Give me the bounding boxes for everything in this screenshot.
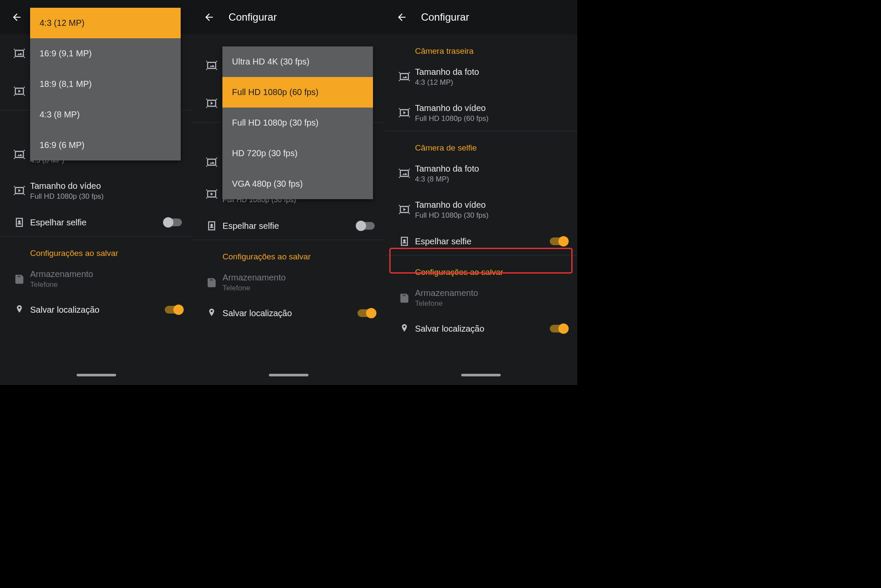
arrow-back-icon: [396, 12, 407, 23]
photo-icon: [206, 156, 218, 168]
photo-size-option[interactable]: 16:9 (9,1 MP): [30, 38, 181, 69]
video-size-menu: Ultra HD 4K (30 fps) Full HD 1080p (60 f…: [222, 46, 373, 199]
setting-row-rear-photo[interactable]: Tamanho da foto 4:3 (12 MP): [385, 58, 577, 95]
mirror-selfie-label: Espelhar selfie: [222, 220, 355, 231]
setting-row-location[interactable]: Salvar localização: [192, 300, 385, 319]
selfie-video-value: Full HD 1080p (30 fps): [30, 192, 184, 201]
settings-content: Câmera traseira Tamanho da foto 4:3 (12 …: [385, 34, 577, 335]
setting-row-location[interactable]: Salvar localização: [385, 316, 577, 335]
selfie-video-label: Tamanho do vídeo: [415, 199, 569, 210]
photo-size-option[interactable]: 4:3 (8 MP): [30, 99, 181, 130]
photo-icon: [206, 59, 218, 71]
location-icon: [398, 323, 410, 335]
selfie-photo-label: Tamanho da foto: [415, 163, 569, 174]
section-header-save: Configurações ao salvar: [385, 256, 577, 280]
rear-video-value: Full HD 1080p (60 fps): [415, 114, 569, 123]
nav-bar: [0, 368, 192, 382]
back-button[interactable]: [200, 8, 218, 26]
nav-handle[interactable]: [269, 374, 308, 376]
portrait-icon: [13, 216, 25, 228]
rear-photo-label: Tamanho da foto: [415, 66, 569, 77]
mirror-selfie-toggle[interactable]: [163, 216, 184, 228]
setting-row-mirror-selfie[interactable]: Espelhar selfie: [385, 228, 577, 255]
setting-row-mirror-selfie[interactable]: Espelhar selfie: [192, 212, 385, 240]
photo-icon: [398, 71, 410, 83]
location-label: Salvar localização: [222, 308, 355, 319]
nav-handle[interactable]: [77, 374, 116, 376]
sd-card-icon: [398, 292, 410, 304]
back-button[interactable]: [8, 8, 26, 26]
photo-icon: [398, 167, 410, 179]
rear-photo-value: 4:3 (12 MP): [415, 78, 569, 87]
storage-label: Armazenamento: [30, 268, 184, 280]
section-header-rear: Câmera traseira: [385, 34, 577, 58]
video-size-option[interactable]: VGA 480p (30 fps): [222, 169, 373, 199]
topbar: Configurar: [192, 0, 385, 34]
sd-card-icon: [206, 276, 218, 288]
nav-handle[interactable]: [461, 374, 501, 376]
video-icon: [398, 107, 410, 119]
video-size-option[interactable]: Full HD 1080p (60 fps): [222, 77, 373, 108]
selfie-video-label: Tamanho do vídeo: [30, 180, 184, 191]
video-size-option[interactable]: Full HD 1080p (30 fps): [222, 108, 373, 138]
rear-video-label: Tamanho do vídeo: [415, 102, 569, 114]
video-icon: [13, 85, 25, 97]
selfie-photo-value: 4:3 (8 MP): [415, 175, 569, 184]
back-button[interactable]: [393, 8, 411, 26]
photo-size-option[interactable]: 18:9 (8,1 MP): [30, 69, 181, 99]
page-title: Configurar: [421, 11, 469, 23]
topbar: Configurar: [385, 0, 577, 34]
storage-value: Telefone: [222, 284, 376, 292]
setting-row-location[interactable]: Salvar localização: [0, 297, 192, 316]
mirror-selfie-label: Espelhar selfie: [30, 217, 163, 228]
photo-size-menu: 4:3 (12 MP) 16:9 (9,1 MP) 18:9 (8,1 MP) …: [30, 8, 181, 160]
nav-bar: [385, 368, 577, 382]
nav-bar: [192, 368, 385, 382]
location-toggle[interactable]: [548, 323, 569, 335]
location-label: Salvar localização: [30, 304, 163, 315]
selfie-video-value: Full HD 1080p (30 fps): [415, 211, 569, 220]
sd-card-icon: [13, 273, 25, 285]
location-toggle[interactable]: [163, 304, 184, 316]
video-size-option[interactable]: Ultra HD 4K (30 fps): [222, 46, 373, 77]
storage-label: Armazenamento: [222, 272, 376, 283]
settings-panel-3: Configurar Câmera traseira Tamanho da fo…: [385, 0, 577, 385]
setting-row-selfie-video[interactable]: Tamanho do vídeo Full HD 1080p (30 fps): [385, 191, 577, 228]
location-label: Salvar localização: [415, 323, 548, 334]
storage-value: Telefone: [415, 299, 569, 308]
video-icon: [398, 203, 410, 215]
photo-icon: [13, 148, 25, 160]
settings-panel-1: Tamanho da foto 4:3 (8 MP) Tamanho do ví…: [0, 0, 192, 385]
video-size-option[interactable]: HD 720p (30 fps): [222, 138, 373, 169]
location-icon: [13, 304, 25, 316]
arrow-back-icon: [203, 12, 215, 23]
photo-size-option[interactable]: 16:9 (6 MP): [30, 130, 181, 160]
page-title: Configurar: [228, 11, 277, 23]
photo-icon: [13, 47, 25, 59]
mirror-selfie-toggle[interactable]: [356, 220, 376, 232]
setting-row-selfie-video[interactable]: Tamanho do vídeo Full HD 1080p (30 fps): [0, 172, 192, 209]
setting-row-selfie-photo[interactable]: Tamanho da foto 4:3 (8 MP): [385, 155, 577, 191]
storage-value: Telefone: [30, 280, 184, 289]
section-header-save: Configurações ao salvar: [0, 237, 192, 261]
photo-size-option[interactable]: 4:3 (12 MP): [30, 8, 181, 38]
storage-label: Armazenamento: [415, 287, 569, 299]
setting-row-mirror-selfie[interactable]: Espelhar selfie: [0, 209, 192, 236]
setting-row-storage[interactable]: Armazenamento Telefone: [385, 280, 577, 316]
portrait-icon: [206, 220, 218, 232]
arrow-back-icon: [11, 12, 22, 23]
video-icon: [13, 185, 25, 197]
settings-panel-2: Configurar 4:3 (8 MP): [192, 0, 385, 385]
location-icon: [206, 307, 218, 319]
section-header-save: Configurações ao salvar: [192, 240, 385, 264]
mirror-selfie-label: Espelhar selfie: [415, 236, 548, 247]
location-toggle[interactable]: [356, 307, 376, 319]
mirror-selfie-toggle[interactable]: [548, 235, 569, 247]
setting-row-storage[interactable]: Armazenamento Telefone: [0, 261, 192, 297]
portrait-icon: [398, 235, 410, 247]
setting-row-storage[interactable]: Armazenamento Telefone: [192, 264, 385, 300]
video-icon: [206, 188, 218, 200]
setting-row-rear-video[interactable]: Tamanho do vídeo Full HD 1080p (60 fps): [385, 95, 577, 131]
section-header-selfie: Câmera de selfie: [385, 131, 577, 155]
video-icon: [206, 97, 218, 109]
